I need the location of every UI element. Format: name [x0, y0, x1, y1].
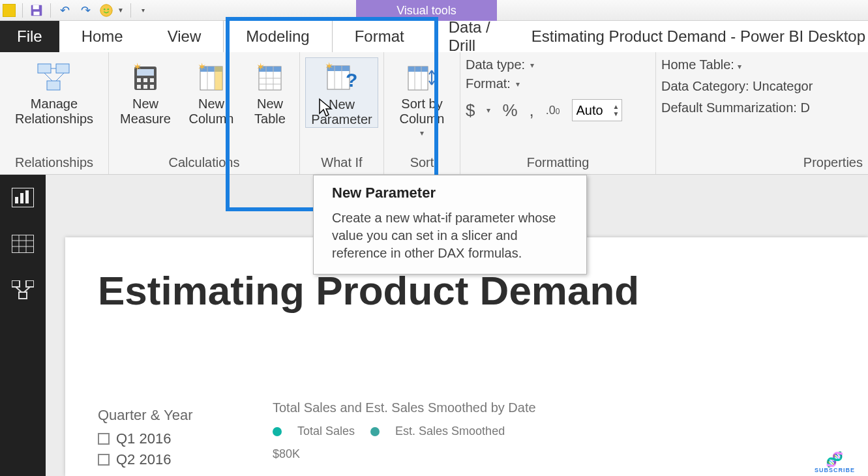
new-column-label: New Column	[189, 97, 234, 126]
chevron-down-icon[interactable]: ▾	[530, 61, 534, 70]
legend-swatch-icon	[273, 427, 282, 436]
undo-icon[interactable]: ↶	[57, 3, 72, 18]
new-measure-icon: ✶	[130, 60, 160, 94]
sort-by-column-button[interactable]: Sort by Column ▾	[389, 57, 455, 138]
group-label-sort: Sort	[389, 153, 455, 174]
svg-rect-20	[215, 67, 222, 90]
dna-icon: 🧬	[815, 453, 855, 467]
svg-rect-45	[12, 235, 34, 253]
tab-file[interactable]: File	[0, 21, 59, 52]
ribbon-group-properties: Home Table: ▾ Data Category: Uncategor D…	[656, 52, 868, 174]
checkbox-icon[interactable]	[98, 433, 110, 445]
tab-home[interactable]: Home	[59, 21, 145, 52]
svg-rect-52	[19, 292, 27, 299]
slicer-title: Quarter & Year	[98, 407, 193, 424]
y-axis-tick: $80K	[273, 447, 536, 461]
decimal-places-input[interactable]	[573, 103, 610, 118]
svg-text:?: ?	[346, 69, 357, 91]
sort-icon	[406, 60, 438, 94]
ribbon: Manage Relationships Relationships ✶ New…	[0, 52, 868, 175]
slicer-option[interactable]: Q1 2016	[98, 430, 193, 447]
svg-text:✶: ✶	[133, 61, 142, 72]
report-view-icon[interactable]	[12, 188, 34, 207]
svg-rect-13	[150, 78, 154, 82]
new-measure-label: New Measure	[120, 97, 171, 126]
svg-point-3	[100, 4, 112, 16]
tab-data-drill[interactable]: Data / Drill	[427, 21, 531, 52]
subscribe-badge[interactable]: 🧬 SUBSCRIBE	[815, 453, 855, 473]
new-table-icon: ✶	[255, 60, 285, 94]
data-view-icon[interactable]	[12, 235, 34, 253]
svg-rect-43	[20, 193, 23, 203]
group-label-properties: Properties	[661, 153, 863, 174]
home-table-label: Home Table:	[661, 57, 734, 72]
svg-rect-1	[33, 5, 39, 8]
chevron-down-icon[interactable]: ▾	[516, 80, 520, 89]
tab-view[interactable]: View	[145, 21, 224, 52]
ribbon-group-calculations: ✶ New Measure ✶ New Column ✶ New Table C…	[109, 52, 300, 174]
save-icon[interactable]	[29, 3, 44, 18]
relationships-icon	[37, 60, 72, 94]
svg-rect-6	[38, 64, 51, 73]
new-parameter-button[interactable]: ✶? New Parameter	[305, 57, 378, 128]
new-parameter-icon: ✶?	[323, 61, 360, 95]
new-column-icon: ✶	[196, 60, 226, 94]
sort-by-column-label: Sort by Column	[400, 97, 445, 126]
svg-rect-12	[143, 78, 147, 82]
currency-button[interactable]: $	[466, 100, 475, 121]
tab-modeling[interactable]: Modeling	[223, 20, 332, 52]
group-label-calculations: Calculations	[114, 153, 294, 174]
decimal-places-stepper[interactable]: ▲▼	[572, 99, 623, 121]
checkbox-icon[interactable]	[98, 454, 110, 466]
document-title: Estimating Product Demand - Power BI Des…	[531, 21, 868, 52]
format-label: Format:	[466, 76, 511, 91]
smiley-icon[interactable]	[99, 3, 113, 18]
data-category-label: Data Category: Uncategor	[661, 79, 813, 93]
subscribe-label: SUBSCRIBE	[815, 467, 855, 473]
thousands-button[interactable]: ,	[530, 100, 534, 121]
chevron-down-icon[interactable]: ▾	[738, 62, 741, 71]
new-table-button[interactable]: ✶ New Table	[246, 57, 294, 126]
qat-customize-icon[interactable]: ▾	[142, 7, 145, 14]
chevron-down-icon[interactable]: ▾	[486, 106, 490, 115]
percent-button[interactable]: %	[502, 100, 517, 121]
svg-rect-2	[33, 11, 39, 15]
legend-item-label: Est. Sales Smoothed	[395, 424, 505, 438]
svg-point-4	[104, 8, 106, 10]
svg-rect-51	[26, 280, 34, 287]
default-summarization-label: Default Summarization: D	[661, 100, 810, 115]
new-measure-button[interactable]: ✶ New Measure	[114, 57, 177, 126]
svg-text:✶: ✶	[198, 61, 206, 72]
sales-chart[interactable]: Total Sales and Est. Sales Smoothed by D…	[273, 400, 536, 461]
slicer-option[interactable]: Q2 2016	[98, 451, 193, 468]
svg-rect-44	[25, 190, 29, 203]
svg-rect-42	[15, 197, 18, 203]
model-view-icon[interactable]	[12, 280, 34, 300]
quarter-year-slicer[interactable]: Quarter & Year Q1 2016 Q2 2016	[98, 407, 193, 472]
svg-text:✶: ✶	[325, 61, 333, 72]
group-label-whatif: What If	[305, 153, 378, 174]
smiley-dropdown-icon[interactable]: ▼	[117, 7, 124, 14]
chart-title: Total Sales and Est. Sales Smoothed by D…	[273, 400, 536, 415]
data-type-label: Data type:	[466, 57, 525, 72]
slicer-option-label: Q1 2016	[116, 430, 171, 447]
left-view-switcher	[0, 175, 46, 476]
svg-rect-16	[150, 85, 154, 89]
svg-rect-14	[137, 85, 141, 89]
group-label-relationships: Relationships	[5, 153, 103, 174]
ribbon-group-whatif: ✶? New Parameter What If	[300, 52, 384, 174]
manage-relationships-button[interactable]: Manage Relationships	[5, 57, 103, 126]
svg-rect-7	[56, 64, 69, 73]
svg-rect-38	[408, 67, 428, 72]
new-table-label: New Table	[254, 97, 286, 126]
new-column-button[interactable]: ✶ New Column	[183, 57, 239, 126]
redo-icon[interactable]: ↷	[78, 3, 93, 18]
tooltip-body: Create a new what-if parameter whose val…	[332, 209, 573, 262]
chevron-down-icon: ▾	[420, 129, 424, 138]
ribbon-group-relationships: Manage Relationships Relationships	[0, 52, 109, 174]
ribbon-tabs: File Home View Modeling Format Data / Dr…	[0, 21, 868, 52]
tooltip-title: New Parameter	[332, 185, 573, 201]
svg-rect-11	[137, 78, 141, 82]
legend-item-label: Total Sales	[297, 424, 355, 438]
tab-format[interactable]: Format	[333, 21, 427, 52]
